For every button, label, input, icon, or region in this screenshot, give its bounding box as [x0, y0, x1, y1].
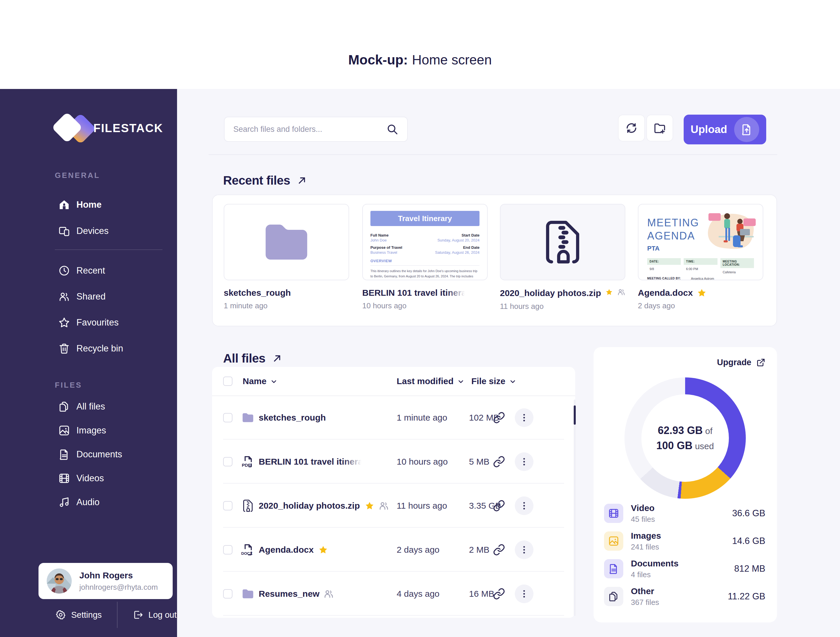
column-label: File size: [471, 376, 505, 386]
other-legend-icon: [604, 587, 623, 606]
recent-card-agenda[interactable]: MEETING AGENDA PTA DATE: 9/8 TIME: 6:00 …: [638, 204, 763, 280]
table-row[interactable]: sketches_rough1 minute ago102 MB: [212, 395, 575, 439]
file-name: 2020_holiday photos.zip: [500, 288, 601, 298]
file-time: 10 hours ago: [362, 301, 488, 310]
table-row[interactable]: 2020_holiday photos.zip11 hours ago3.35 …: [212, 484, 575, 528]
recent-card-zip[interactable]: [500, 204, 625, 280]
external-link-icon: [756, 358, 765, 367]
sidebar-item-images[interactable]: Images: [0, 419, 177, 443]
shared-users-icon: [617, 288, 625, 299]
itin-value: Saturday, August 26, 2024: [435, 250, 480, 254]
sidebar-item-audio[interactable]: Audio: [0, 490, 177, 514]
column-header-modified[interactable]: Last modified: [397, 376, 465, 386]
sidebar-item-label: Recycle bin: [76, 343, 123, 354]
settings-label: Settings: [71, 610, 102, 620]
arrow-up-right-icon: [297, 175, 307, 186]
row-checkbox[interactable]: [223, 413, 232, 422]
page-title-label: Mock-up:: [348, 52, 408, 67]
agenda-called-label: MEETING CALLED BY:: [647, 277, 691, 280]
logout-button[interactable]: Log out: [133, 610, 177, 620]
sync-button[interactable]: [618, 115, 645, 141]
itin-value: John Doe: [370, 238, 402, 242]
copy-link-icon[interactable]: [493, 455, 505, 468]
row-checkbox[interactable]: [223, 589, 232, 599]
upload-button[interactable]: Upload: [684, 115, 766, 144]
row-menu-button[interactable]: [515, 452, 534, 471]
all-files-heading[interactable]: All files: [223, 351, 282, 365]
toolbar-divider: [208, 154, 777, 155]
kebab-icon: [519, 457, 529, 467]
new-folder-button[interactable]: [646, 115, 673, 141]
copy-link-icon[interactable]: [493, 544, 505, 556]
file-modified: 10 hours ago: [397, 457, 448, 467]
sidebar-item-favourites[interactable]: Favourites: [0, 310, 177, 335]
sidebar-item-label: Shared: [76, 291, 106, 302]
sidebar-item-all-files[interactable]: All files: [0, 395, 177, 419]
row-menu-button[interactable]: [515, 408, 534, 427]
video-legend-icon: [604, 504, 623, 523]
recent-files-heading[interactable]: Recent files: [223, 174, 307, 188]
table-scrollbar-track[interactable]: [574, 400, 576, 616]
column-label: Name: [243, 376, 267, 386]
files-table: Name Last modified File size sketches_ro…: [212, 367, 575, 618]
settings-button[interactable]: Settings: [55, 610, 102, 620]
select-all-checkbox[interactable]: [223, 376, 232, 386]
sidebar-item-shared[interactable]: Shared: [0, 283, 177, 310]
copy-files-icon: [58, 401, 70, 413]
sidebar-item-recent[interactable]: Recent: [0, 258, 177, 283]
footer-divider: [117, 602, 118, 628]
clock-icon: [58, 265, 70, 277]
search-input[interactable]: [233, 125, 386, 134]
trash-icon: [58, 343, 70, 354]
document-icon: [58, 449, 70, 460]
row-checkbox[interactable]: [223, 545, 232, 555]
file-time: 11 hours ago: [500, 302, 625, 311]
recent-card-sketches[interactable]: [224, 204, 349, 280]
user-card[interactable]: John Rogers johnlrogers@rhyta.com: [38, 563, 173, 599]
column-header-size[interactable]: File size: [471, 376, 516, 386]
copy-link-icon[interactable]: [493, 411, 505, 424]
legend-size: 812 MB: [734, 564, 765, 574]
folder-icon: [241, 587, 255, 601]
sidebar-item-label: Home: [76, 199, 101, 210]
sidebar-item-videos[interactable]: Videos: [0, 466, 177, 490]
table-row[interactable]: Resumes_new4 days ago16 MB: [212, 572, 575, 616]
itin-section-overview: OVERVIEW: [370, 259, 480, 263]
recent-caption: sketches_rough 1 minute ago: [224, 288, 349, 310]
sidebar-item-home[interactable]: Home: [0, 191, 177, 218]
documents-legend-icon: [604, 559, 623, 579]
file-modified: 4 days ago: [397, 589, 439, 599]
table-scrollbar-thumb[interactable]: [574, 405, 576, 425]
row-checkbox[interactable]: [223, 457, 232, 466]
row-menu-button[interactable]: [515, 541, 534, 559]
itin-label: End Date: [435, 245, 480, 250]
copy-link-icon[interactable]: [493, 588, 505, 600]
row-checkbox[interactable]: [223, 501, 232, 511]
file-name: sketches_rough: [259, 413, 326, 423]
table-row[interactable]: DOCXAgenda.docx2 days ago2 MB: [212, 528, 575, 572]
all-files-title: All files: [223, 351, 265, 365]
recent-files-panel: sketches_rough 1 minute ago Travel Itine…: [212, 194, 777, 326]
file-name: Agenda.docx: [259, 545, 314, 555]
legend-files: 4 files: [631, 570, 678, 579]
row-menu-button[interactable]: [515, 496, 534, 515]
svg-text:PDF: PDF: [242, 463, 251, 468]
copy-link-icon[interactable]: [493, 499, 505, 512]
row-menu-button[interactable]: [515, 585, 534, 603]
search-icon[interactable]: [386, 123, 398, 135]
legend-label: Video: [631, 503, 655, 513]
storage-card: Upgrade 62.93 GB of 100 GB used Video 45…: [594, 347, 777, 623]
shared-users-icon: [324, 589, 334, 599]
storage-used-value: 62.93 GB: [658, 424, 703, 436]
agenda-location-label: MEETING LOCATION:: [720, 258, 754, 268]
sidebar-item-devices[interactable]: Devices: [0, 218, 177, 244]
upgrade-button[interactable]: Upgrade: [717, 357, 765, 367]
sidebar-item-documents[interactable]: Documents: [0, 443, 177, 466]
table-row[interactable]: PDFBERLIN 101 travel itinerary_2023.pdf1…: [212, 439, 575, 484]
sidebar-item-recycle-bin[interactable]: Recycle bin: [0, 335, 177, 361]
sidebar: FILESTACK GENERAL Home Devices Recent: [0, 89, 177, 637]
recent-card-itinerary[interactable]: Travel Itinerary Full Name John Doe Purp…: [362, 204, 488, 280]
column-header-name[interactable]: Name: [243, 376, 278, 386]
main-content: Upload Recent files sketches_rough 1 min…: [177, 89, 840, 637]
sidebar-item-label: Recent: [76, 266, 105, 276]
